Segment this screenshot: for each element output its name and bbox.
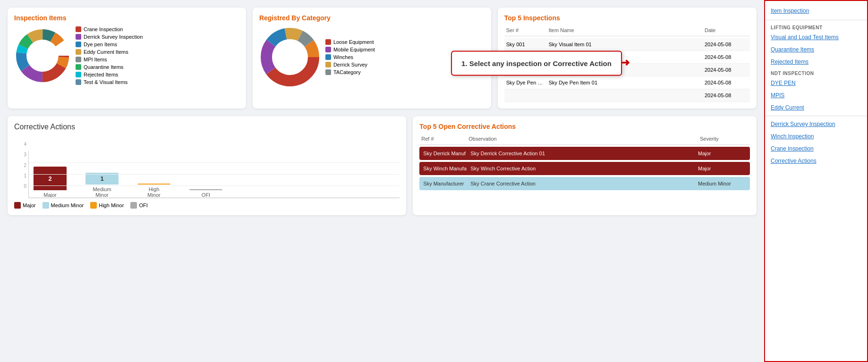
sidebar-link-corrective-actions[interactable]: Corrective Actions [765, 155, 867, 167]
sidebar-link-mpis[interactable]: MPIS [765, 89, 867, 101]
tooltip-overlay: 1. Select any inspection or Corrective A… [451, 51, 622, 76]
inspection-items-legend: Crane Inspection Derrick Survey Inspecti… [76, 26, 143, 85]
tooltip-number: 1. [461, 59, 468, 67]
inspection-items-panel: Inspection Items Crane Inspection De [8, 8, 246, 109]
sidebar-link-derrick-survey[interactable]: Derrick Survey Inspection [765, 118, 867, 130]
top5-inspections-header: Ser # Item Name Date [504, 26, 750, 36]
col-ser: Ser # [504, 26, 547, 34]
ca-table-header: Ref # Observation Severity [419, 135, 750, 145]
sidebar-link-item-inspection[interactable]: Item Inspection [765, 6, 867, 18]
corrective-actions-panel: Corrective Actions 4 3 2 1 0 [8, 116, 406, 215]
inspection-items-title: Inspection Items [14, 14, 239, 22]
top-row: Inspection Items Crane Inspection De [8, 8, 757, 109]
bar-ofi: OFI [189, 189, 222, 198]
corrective-actions-chart-title: Corrective Actions [14, 123, 400, 131]
col-item: Item Name [547, 26, 703, 34]
svg-point-8 [28, 42, 57, 70]
arrow-right-icon: ➜ [621, 56, 630, 70]
chart-legend: Major Medium Minor High Minor OFI [14, 202, 400, 209]
inspection-items-donut [14, 27, 71, 84]
svg-point-15 [274, 41, 306, 73]
sidebar-link-crane[interactable]: Crane Inspection [765, 143, 867, 155]
top5-corrective-actions-panel: Top 5 Open Corrective Actions Ref # Obse… [413, 116, 757, 215]
table-row[interactable]: Sky 001 Sky Visual Item 01 2024-05-08 [504, 38, 750, 51]
registered-donut [259, 26, 321, 88]
bar-high-minor: High Minor [137, 184, 170, 198]
sidebar-divider [765, 20, 867, 20]
sidebar-link-quarantine[interactable]: Quarantine Items [765, 43, 867, 56]
table-row[interactable]: 2024-05-08 [504, 89, 750, 102]
sidebar-link-eddy-current[interactable]: Eddy Current [765, 101, 867, 114]
ca-table-row[interactable]: Sky Derrick Manuf Sky Derrick Corrective… [419, 147, 750, 160]
sidebar-link-visual-load[interactable]: Visual and Load Test Items [765, 31, 867, 43]
bar-medium-minor: 1 Medium Minor [85, 173, 119, 198]
top5-inspections-title: Top 5 Inspections [504, 14, 750, 22]
sidebar-link-winch[interactable]: Winch Inspection [765, 130, 867, 143]
tooltip-text: Select any inspection or Corrective Acti… [469, 59, 612, 67]
top5-ca-title: Top 5 Open Corrective Actions [419, 123, 750, 130]
ca-table-row[interactable]: Sky Winch Manufa Sky Winch Corrective Ac… [419, 162, 750, 175]
registered-title: Registred By Category [259, 14, 485, 22]
sidebar-section-ndt: NDT INSPECTION [765, 68, 867, 77]
bottom-row: Corrective Actions 4 3 2 1 0 [8, 116, 757, 215]
main-content: Inspection Items Crane Inspection De [0, 0, 764, 362]
right-sidebar: Item Inspection LIFTING EQUIPMENT Visual… [764, 0, 868, 362]
table-row[interactable]: Sky Dye Pen 001 Sky Dye Pen Item 01 2024… [504, 76, 750, 89]
col-date: Date [703, 26, 750, 34]
ca-table-row[interactable]: Sky Manufacturer Sky Crane Corrective Ac… [419, 177, 750, 190]
sidebar-section-lifting: LIFTING EQUIPMENT [765, 22, 867, 31]
bar-major: 2 Major [34, 167, 67, 198]
inspection-items-donut-area: Crane Inspection Derrick Survey Inspecti… [14, 26, 239, 85]
registered-legend: Loose Equipment Mobile Equipment Winches… [325, 39, 375, 75]
top5-inspections-panel: Top 5 Inspections Ser # Item Name Date S… [498, 8, 757, 109]
sidebar-link-dye-pen[interactable]: DYE PEN [765, 77, 867, 89]
sidebar-divider-2 [765, 116, 867, 116]
sidebar-link-rejected[interactable]: Rejected Items [765, 56, 867, 68]
